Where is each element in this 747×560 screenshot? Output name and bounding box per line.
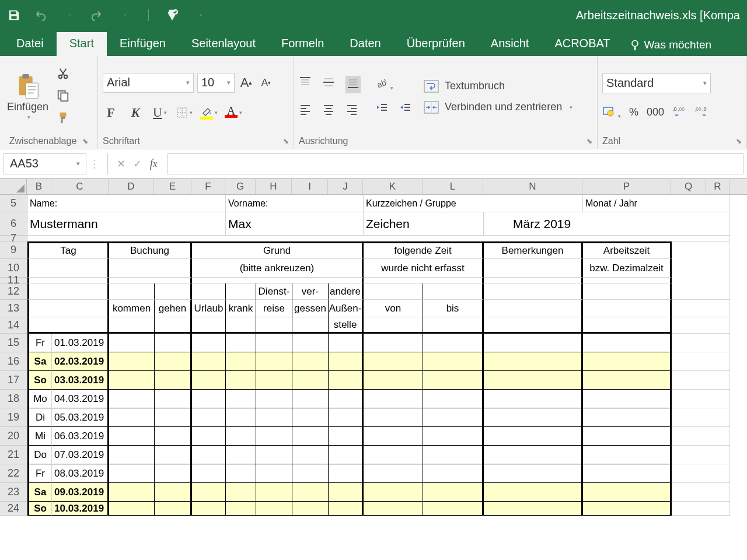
number-format-combo[interactable]: Standard▾ xyxy=(602,74,711,93)
increase-decimal-icon[interactable]: ,0,00 xyxy=(672,105,686,120)
row-header[interactable]: 11 xyxy=(0,278,27,284)
svg-rect-2 xyxy=(634,47,636,49)
row-header[interactable]: 12 xyxy=(0,284,27,300)
select-all-corner[interactable] xyxy=(0,179,27,194)
tab-acrobat[interactable]: ACROBAT xyxy=(542,32,623,56)
insert-function-icon[interactable]: fx xyxy=(145,156,162,172)
spreadsheet-grid[interactable]: BCDEFGHIJKLNPQR5679101112131415161718192… xyxy=(0,178,747,516)
align-bottom-icon[interactable] xyxy=(345,76,361,93)
column-header[interactable]: I xyxy=(292,179,328,194)
qat-customize-caret-icon[interactable]: ▾ xyxy=(194,8,208,22)
column-header[interactable]: R xyxy=(706,179,729,194)
svg-rect-9 xyxy=(61,93,68,101)
column-header[interactable]: K xyxy=(363,179,423,194)
bold-button[interactable]: F xyxy=(103,104,119,121)
column-header[interactable]: P xyxy=(582,179,671,194)
align-right-icon[interactable] xyxy=(345,103,358,118)
percent-button[interactable]: % xyxy=(629,106,638,118)
copy-icon[interactable] xyxy=(57,89,69,104)
accounting-format-button[interactable]: ▾ xyxy=(602,105,621,120)
row-header[interactable]: 5 xyxy=(0,195,27,212)
font-size-combo[interactable]: 10▾ xyxy=(197,73,235,93)
column-header[interactable]: E xyxy=(154,179,191,194)
row-header[interactable]: 23 xyxy=(0,483,27,502)
row-header[interactable]: 22 xyxy=(0,464,27,483)
touch-mode-icon[interactable] xyxy=(165,8,179,22)
tab-start[interactable]: Start xyxy=(57,32,107,56)
row-header[interactable]: 20 xyxy=(0,427,27,446)
save-icon[interactable] xyxy=(7,8,21,22)
row-header[interactable]: 7 xyxy=(0,236,27,242)
clipboard-launcher-icon[interactable]: ⬊ xyxy=(82,137,88,145)
row-header[interactable]: 13 xyxy=(0,300,27,317)
number-group-label: Zahl xyxy=(602,136,620,146)
underline-button[interactable]: U▾ xyxy=(152,104,168,121)
svg-text:,0: ,0 xyxy=(672,106,677,112)
tab-datei[interactable]: Datei xyxy=(4,32,57,56)
column-header[interactable]: N xyxy=(483,179,582,194)
column-header[interactable]: L xyxy=(423,179,483,194)
column-header[interactable]: D xyxy=(109,179,154,194)
namebox-expand-icon[interactable]: ⋮ xyxy=(86,156,103,172)
cut-icon[interactable] xyxy=(57,67,69,82)
alignment-launcher-icon[interactable]: ⬊ xyxy=(587,137,592,145)
row-header[interactable]: 17 xyxy=(0,371,27,390)
tab-formeln[interactable]: Formeln xyxy=(268,32,337,56)
row-header[interactable]: 15 xyxy=(0,334,27,352)
comma-style-button[interactable]: 000 xyxy=(647,106,664,118)
italic-button[interactable]: K xyxy=(127,104,144,121)
borders-button[interactable]: ▾ xyxy=(176,104,193,121)
tab-ueberpruefen[interactable]: Überprüfen xyxy=(394,32,478,56)
row-header[interactable]: 18 xyxy=(0,390,27,408)
row-header[interactable]: 14 xyxy=(0,317,27,334)
align-top-icon[interactable] xyxy=(299,76,312,93)
undo-caret-icon[interactable]: ▾ xyxy=(62,8,76,22)
column-header[interactable]: H xyxy=(256,179,292,194)
row-header[interactable]: 19 xyxy=(0,408,27,427)
svg-rect-4 xyxy=(22,74,29,79)
increase-indent-icon[interactable] xyxy=(399,102,412,117)
tab-ansicht[interactable]: Ansicht xyxy=(478,32,542,56)
tab-daten[interactable]: Daten xyxy=(337,32,393,56)
wrap-text-button[interactable]: Textumbruch xyxy=(424,80,573,93)
cancel-formula-icon[interactable]: ✕ xyxy=(113,156,129,172)
merge-center-button[interactable]: Verbinden und zentrieren▾ xyxy=(424,101,573,114)
row-header[interactable]: 21 xyxy=(0,446,27,464)
document-title: Arbeitszeitnachweis.xls [Kompa xyxy=(576,9,740,22)
format-painter-icon[interactable] xyxy=(57,111,69,127)
column-header[interactable]: J xyxy=(328,179,363,194)
column-header[interactable]: F xyxy=(191,179,225,194)
row-header[interactable]: 9 xyxy=(0,242,27,259)
paste-button[interactable]: Einfügen ▾ xyxy=(5,73,51,120)
font-launcher-icon[interactable]: ⬊ xyxy=(283,137,289,145)
paste-caret-icon[interactable]: ▾ xyxy=(27,114,30,120)
fill-color-button[interactable]: ▾ xyxy=(201,104,217,121)
undo-icon[interactable] xyxy=(34,8,48,22)
row-header[interactable]: 16 xyxy=(0,352,27,371)
font-color-button[interactable]: A▾ xyxy=(225,104,242,121)
increase-font-icon[interactable]: A▴ xyxy=(238,75,254,91)
column-header[interactable]: B xyxy=(27,179,51,194)
row-header[interactable]: 24 xyxy=(0,502,27,516)
paste-label: Einfügen xyxy=(7,101,48,113)
decrease-font-icon[interactable]: A▾ xyxy=(258,75,274,91)
orientation-button[interactable]: ab▾ xyxy=(376,77,393,92)
number-launcher-icon[interactable]: ⬊ xyxy=(736,137,742,145)
column-header[interactable]: C xyxy=(51,179,109,194)
align-left-icon[interactable] xyxy=(299,103,312,118)
tab-seitenlayout[interactable]: Seitenlayout xyxy=(179,32,268,56)
enter-formula-icon[interactable]: ✓ xyxy=(129,156,145,172)
formula-input[interactable] xyxy=(167,153,743,174)
name-box[interactable]: AA53▾ xyxy=(4,153,86,174)
decrease-indent-icon[interactable] xyxy=(376,102,389,117)
redo-icon[interactable] xyxy=(89,8,103,22)
column-header[interactable]: G xyxy=(225,179,256,194)
tab-einfuegen[interactable]: Einfügen xyxy=(107,32,179,56)
redo-caret-icon[interactable]: ▾ xyxy=(118,8,132,22)
font-name-combo[interactable]: Arial▾ xyxy=(103,73,194,93)
align-center-icon[interactable] xyxy=(322,103,335,118)
tell-me-search[interactable]: Was möchten xyxy=(623,34,717,56)
decrease-decimal-icon[interactable]: ,00,0 xyxy=(694,105,708,120)
column-header[interactable]: Q xyxy=(671,179,706,194)
align-middle-icon[interactable] xyxy=(322,76,335,93)
